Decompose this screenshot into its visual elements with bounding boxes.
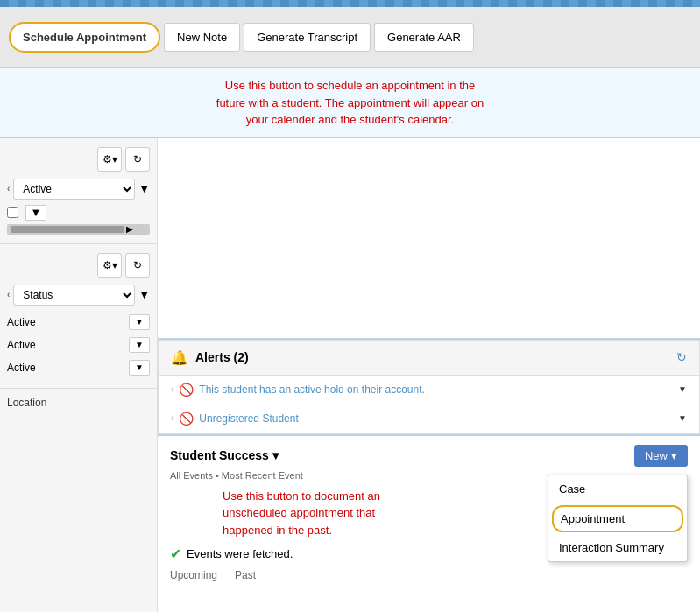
alert-text-1[interactable]: Unregistered Student [199,412,298,425]
green-check-icon: ✔ [170,545,181,562]
student-success-section: Student Success ▾ New ▾ All Events • Mos… [158,434,700,591]
right-panel: 🔔 Alerts (2) ↻ › 🚫 This student has an a… [158,138,700,613]
alerts-section: 🔔 Alerts (2) ↻ › 🚫 This student has an a… [158,340,700,434]
alert-row-1: › 🚫 Unregistered Student ▼ [159,404,699,433]
chevron-left-icon-2: ‹ [7,290,10,299]
scroll-arrow: ▶ [126,224,133,234]
dropdown-item-interaction-summary[interactable]: Interaction Summary [548,534,687,561]
alert-expand-0[interactable]: › [171,384,173,394]
alert-expand-1[interactable]: › [171,413,173,423]
left-section-2: ⚙▾ ↻ ‹ Status ▼ Active ▼ Active ▼ [0,244,157,389]
events-fetched-text: Events were fetched. [187,547,293,560]
gear-button-2[interactable]: ⚙▾ [97,253,122,278]
tooltip-line3: your calender and the student's calendar… [246,113,454,126]
active-select[interactable]: Active [13,179,135,200]
alert-left-1: › 🚫 Unregistered Student [171,412,299,426]
icon-row-1: ⚙▾ ↻ [7,147,150,172]
toolbar: Schedule Appointment New Note Generate T… [0,7,700,68]
tooltip-line1: Use this button to schedule an appointme… [225,79,475,92]
main-layout: ⚙▾ ↻ ‹ Active ▼ ▼ ▶ [0,138,700,613]
schedule-appointment-button[interactable]: Schedule Appointment [9,22,160,53]
new-button[interactable]: New ▾ [634,445,688,467]
top-stripe [0,0,700,7]
status-item-0: Active ▼ [7,311,150,334]
bell-icon: 🔔 [171,349,188,366]
status-label-0: Active [7,316,36,328]
status-dropdown-0[interactable]: ▼ [129,314,150,330]
refresh-button-2[interactable]: ↻ [125,253,150,278]
alert-chevron-1[interactable]: ▼ [678,413,687,423]
ss-caret-icon: ▾ [272,448,279,462]
status-dropdown-1[interactable]: ▼ [129,337,150,353]
alert-row-0: › 🚫 This student has an active hold on t… [159,376,699,404]
status-dropdown-2[interactable]: ▼ [129,360,150,376]
left-section-1: ⚙▾ ↻ ‹ Active ▼ ▼ ▶ [0,138,157,244]
icon-row-2: ⚙▾ ↻ [7,253,150,278]
status-item-2: Active ▼ [7,356,150,379]
checkbox-1[interactable] [7,207,18,218]
ss-header: Student Success ▾ New ▾ [170,445,688,467]
upcoming-past-row: Upcoming Past [170,569,688,581]
ss-title-text: Student Success [170,448,269,462]
status-select[interactable]: Status [13,285,135,306]
dropdown-item-case[interactable]: Case [548,475,687,503]
upcoming-label: Upcoming [170,569,217,581]
dropdown-icon-2: ▼ [138,288,150,301]
alerts-header: 🔔 Alerts (2) ↻ [159,341,699,376]
new-note-button[interactable]: New Note [164,23,240,52]
chevron-left-icon: ‹ [7,184,10,193]
past-label: Past [235,569,256,581]
generate-aar-button[interactable]: Generate AAR [374,23,474,52]
dropdown-icon: ▼ [138,182,150,195]
ss-title: Student Success ▾ [170,448,279,462]
active-dropdown-row: ‹ Active ▼ [7,179,150,200]
checkbox-row: ▼ [7,205,150,221]
alert-text-0[interactable]: This student has an active hold on their… [199,383,425,396]
alert-chevron-0[interactable]: ▼ [678,384,687,394]
gear-icon-1: ⚙ [103,153,112,165]
left-panel: ⚙▾ ↻ ‹ Active ▼ ▼ ▶ [0,138,158,613]
new-btn-caret: ▾ [671,449,677,462]
tooltip-line2: future with a student. The appointment w… [216,96,484,109]
gear-icon-2: ⚙ [103,259,112,271]
refresh-button-1[interactable]: ↻ [125,147,150,172]
gear-button-1[interactable]: ⚙▾ [97,147,122,172]
status-dropdown-row: ‹ Status ▼ [7,285,150,306]
alerts-title-text: Alerts (2) [195,350,249,364]
small-dd-1[interactable]: ▼ [25,205,46,221]
status-item-1: Active ▼ [7,334,150,356]
refresh-icon-1: ↻ [133,153,142,165]
dropdown-item-appointment[interactable]: Appointment [552,505,683,532]
no-entry-icon-0: 🚫 [179,383,194,397]
tooltip-new-note-2: unscheduled appointment that [223,506,375,519]
tooltip-new-note-3: happened in the past. [223,524,332,537]
no-entry-icon-1: 🚫 [179,412,194,426]
schedule-tooltip: Use this button to schedule an appointme… [0,68,700,138]
alerts-refresh-icon[interactable]: ↻ [676,350,687,364]
refresh-icon-2: ↻ [133,259,142,271]
white-top-section [158,138,700,340]
alert-left-0: › 🚫 This student has an active hold on t… [171,383,425,397]
generate-transcript-button[interactable]: Generate Transcript [244,23,371,52]
status-label-1: Active [7,339,36,351]
status-label-2: Active [7,362,36,374]
new-btn-label: New [645,449,668,462]
alerts-title: 🔔 Alerts (2) [171,349,249,366]
dropdown-menu: Case Appointment Interaction Summary [548,475,688,562]
location-section: Location [0,389,157,416]
location-label: Location [7,397,46,409]
scroll-handle-1 [11,226,124,233]
scroll-bar-1[interactable]: ▶ [7,224,150,235]
tooltip-new-note-1: Use this button to document an [223,489,380,503]
